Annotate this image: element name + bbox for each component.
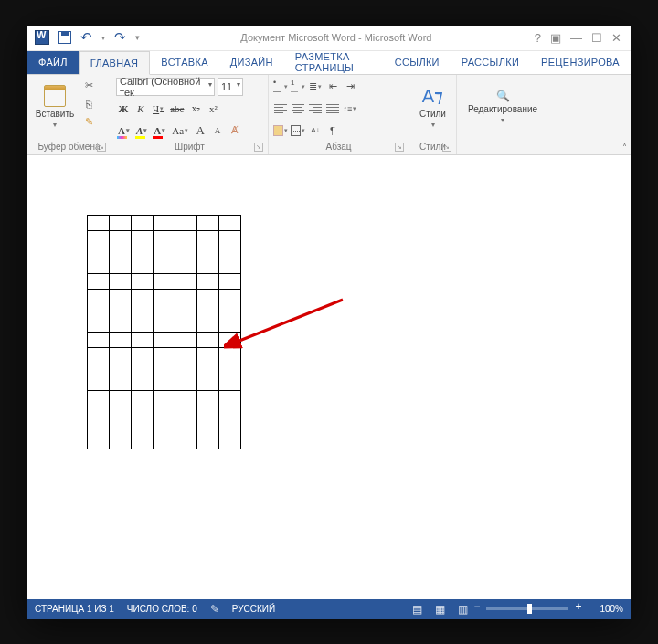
group-styles: A⁊ Стили ▾ Стили↘ bbox=[409, 75, 457, 154]
underline-button[interactable]: Ч bbox=[151, 100, 165, 117]
print-layout-icon[interactable]: ▦ bbox=[435, 603, 445, 616]
tab-design[interactable]: ДИЗАЙН bbox=[219, 51, 284, 74]
zoom-thumb[interactable] bbox=[527, 604, 532, 614]
maximize-icon[interactable]: ☐ bbox=[591, 31, 602, 45]
styles-icon: A⁊ bbox=[422, 85, 443, 107]
window-controls: ? ▣ — ☐ ✕ bbox=[525, 31, 631, 45]
italic-button[interactable]: К bbox=[133, 100, 148, 117]
subscript-button[interactable]: x₂ bbox=[188, 100, 203, 117]
align-center-button[interactable] bbox=[291, 102, 305, 115]
group-label-editing bbox=[462, 142, 544, 154]
align-right-button[interactable] bbox=[308, 102, 323, 115]
group-label-clipboard: Буфер обмена↘ bbox=[32, 142, 106, 154]
bold-button[interactable]: Ж bbox=[116, 100, 131, 117]
paste-label: Вставить bbox=[36, 109, 74, 119]
window-title: Документ Microsoft Word - Microsoft Word bbox=[147, 32, 525, 43]
increase-indent-button[interactable] bbox=[343, 80, 357, 93]
tab-review[interactable]: РЕЦЕНЗИРОВА bbox=[530, 51, 631, 74]
show-marks-button[interactable] bbox=[325, 124, 340, 137]
group-clipboard: Вставить ▾ Буфер обмена↘ bbox=[27, 75, 111, 154]
bullets-button[interactable] bbox=[273, 80, 288, 93]
zoom-slider[interactable]: − + bbox=[486, 607, 568, 610]
clipboard-launcher-icon[interactable]: ↘ bbox=[97, 143, 106, 152]
save-icon[interactable] bbox=[58, 31, 71, 44]
zoom-percent[interactable]: 100% bbox=[600, 604, 623, 614]
line-spacing-button[interactable] bbox=[343, 102, 357, 115]
copy-icon[interactable] bbox=[81, 97, 96, 111]
close-icon[interactable]: ✕ bbox=[611, 31, 621, 45]
group-paragraph: Абзац↘ bbox=[269, 75, 409, 154]
decrease-indent-button[interactable] bbox=[325, 80, 340, 93]
superscript-button[interactable]: x² bbox=[206, 100, 220, 117]
zoom-out-icon[interactable]: − bbox=[473, 600, 480, 613]
group-font: Calibri (Основной тек 11 Ж К Ч abc x₂ x²… bbox=[111, 75, 269, 154]
ribbon: Вставить ▾ Буфер обмена↘ Calibri (Основн… bbox=[27, 75, 631, 155]
multilevel-list-button[interactable] bbox=[308, 80, 323, 93]
styles-launcher-icon[interactable]: ↘ bbox=[442, 143, 451, 152]
ribbon-options-icon[interactable]: ▣ bbox=[550, 31, 561, 45]
group-label-styles: Стили↘ bbox=[414, 142, 451, 154]
quick-access-toolbar: ↶ ▾ ↷ ▾ bbox=[27, 29, 147, 46]
zoom-in-icon[interactable]: + bbox=[575, 600, 581, 613]
font-color-button[interactable]: A bbox=[152, 122, 167, 139]
read-mode-icon[interactable]: ▤ bbox=[412, 603, 422, 616]
status-page[interactable]: СТРАНИЦА 1 ИЗ 1 bbox=[35, 604, 114, 614]
font-name-combo[interactable]: Calibri (Основной тек bbox=[116, 78, 215, 96]
shrink-font-button[interactable]: A bbox=[210, 122, 225, 139]
web-layout-icon[interactable]: ▥ bbox=[458, 603, 468, 616]
tab-insert[interactable]: ВСТАВКА bbox=[150, 51, 218, 74]
change-case-button[interactable]: Aa bbox=[170, 122, 190, 139]
page bbox=[46, 174, 612, 590]
svg-line-0 bbox=[235, 300, 343, 343]
group-label-font: Шрифт↘ bbox=[116, 142, 263, 154]
paste-button[interactable]: Вставить ▾ bbox=[32, 77, 78, 137]
styles-button[interactable]: A⁊ Стили ▾ bbox=[414, 77, 451, 137]
editing-label: Редактирование bbox=[468, 104, 537, 114]
tab-page-layout[interactable]: РАЗМЕТКА СТРАНИЦЫ bbox=[284, 51, 384, 74]
status-word-count[interactable]: ЧИСЛО СЛОВ: 0 bbox=[127, 604, 197, 614]
justify-button[interactable] bbox=[325, 102, 340, 115]
paste-icon bbox=[44, 85, 66, 107]
strikethrough-button[interactable]: abc bbox=[168, 100, 186, 117]
grow-font-button[interactable]: A bbox=[193, 122, 207, 139]
status-language[interactable]: РУССКИЙ bbox=[232, 604, 275, 614]
group-editing: Редактирование ▾ bbox=[457, 75, 548, 154]
font-size-combo[interactable]: 11 bbox=[218, 78, 243, 96]
ribbon-tabs: ФАЙЛ ГЛАВНАЯ ВСТАВКА ДИЗАЙН РАЗМЕТКА СТР… bbox=[27, 51, 631, 75]
spellcheck-icon[interactable]: ✎ bbox=[210, 603, 219, 616]
tab-home[interactable]: ГЛАВНАЯ bbox=[79, 51, 151, 75]
cut-icon[interactable] bbox=[81, 79, 96, 93]
styles-label: Стили bbox=[419, 109, 446, 119]
group-label-paragraph: Абзац↘ bbox=[273, 142, 404, 154]
qat-customize-icon[interactable]: ▾ bbox=[135, 33, 140, 42]
paragraph-launcher-icon[interactable]: ↘ bbox=[395, 143, 404, 152]
undo-icon[interactable]: ↶ bbox=[80, 29, 92, 46]
status-bar: СТРАНИЦА 1 ИЗ 1 ЧИСЛО СЛОВ: 0 ✎ РУССКИЙ … bbox=[27, 599, 631, 619]
editing-button[interactable]: Редактирование ▾ bbox=[462, 77, 544, 137]
align-left-button[interactable] bbox=[273, 102, 288, 115]
borders-button[interactable] bbox=[291, 124, 305, 137]
highlight-button[interactable]: A bbox=[134, 122, 149, 139]
document-area[interactable] bbox=[27, 155, 631, 599]
tab-mailings[interactable]: РАССЫЛКИ bbox=[451, 51, 530, 74]
shading-button[interactable] bbox=[273, 124, 288, 137]
format-painter-icon[interactable] bbox=[81, 115, 96, 130]
title-bar: ↶ ▾ ↷ ▾ Документ Microsoft Word - Micros… bbox=[27, 26, 631, 51]
word-app-icon bbox=[35, 30, 49, 45]
word-table[interactable] bbox=[87, 215, 241, 449]
text-effects-button[interactable]: A bbox=[116, 122, 132, 139]
numbering-button[interactable] bbox=[291, 80, 305, 93]
collapse-ribbon-icon[interactable]: ˄ bbox=[622, 143, 627, 153]
sort-button[interactable] bbox=[308, 124, 323, 137]
help-icon[interactable]: ? bbox=[535, 31, 541, 45]
font-launcher-icon[interactable]: ↘ bbox=[254, 143, 263, 152]
app-window: ↶ ▾ ↷ ▾ Документ Microsoft Word - Micros… bbox=[27, 26, 631, 619]
annotation-arrow bbox=[224, 292, 361, 356]
clear-formatting-button[interactable]: A̸ bbox=[228, 122, 242, 139]
undo-more-icon[interactable]: ▾ bbox=[101, 34, 105, 42]
find-icon bbox=[496, 90, 510, 102]
tab-references[interactable]: ССЫЛКИ bbox=[384, 51, 451, 74]
tab-file[interactable]: ФАЙЛ bbox=[27, 51, 79, 74]
minimize-icon[interactable]: — bbox=[570, 31, 582, 45]
redo-icon[interactable]: ↷ bbox=[114, 29, 126, 46]
